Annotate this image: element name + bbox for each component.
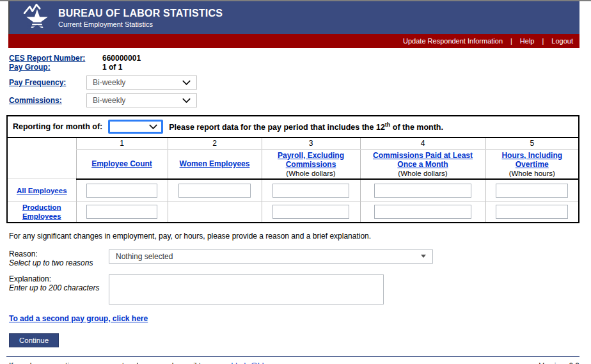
report-table: Reporting for month of: Please report da…	[6, 115, 579, 223]
nav-divider: |	[542, 37, 544, 45]
all-employees-link[interactable]: All Employees	[17, 187, 67, 194]
bls-star-logo-icon	[22, 3, 52, 33]
add-second-pay-group-link[interactable]: To add a second pay group, click here	[9, 314, 148, 323]
explanation-row: Explanation: Enter up to 200 characters	[9, 274, 591, 305]
row-label-column-header	[7, 138, 76, 179]
production-employees-link[interactable]: Production Employees	[22, 203, 61, 220]
all-employees-payroll-input[interactable]	[272, 184, 349, 198]
pay-period-note: Please report data for the pay period th…	[169, 122, 443, 132]
production-employees-employee-count-input[interactable]	[86, 205, 157, 219]
empty-cell	[168, 202, 262, 223]
caret-down-icon	[421, 255, 426, 258]
version-label: Version: 6.0	[539, 361, 579, 364]
pay-frequency-select[interactable]: Bi-weekly	[86, 75, 197, 90]
reason-label: Reason:	[9, 249, 109, 258]
logout-link[interactable]: Logout	[551, 37, 573, 45]
pay-group-value: 1 of 1	[102, 63, 122, 72]
column-number: 2	[168, 138, 262, 149]
production-employees-commissions-input[interactable]	[374, 205, 471, 219]
all-employees-hours-input[interactable]	[496, 184, 568, 198]
commissions-selected-value: Bi-weekly	[93, 96, 125, 105]
explanation-label: Explanation:	[9, 274, 109, 283]
pay-frequency-selected-value: Bi-weekly	[93, 78, 125, 87]
column-number: 1	[76, 138, 168, 149]
production-employees-payroll-input[interactable]	[272, 205, 349, 219]
explanation-textarea[interactable]	[109, 274, 384, 305]
continue-button[interactable]: Continue	[9, 333, 59, 347]
column-header-employee-count[interactable]: Employee Count	[91, 159, 152, 168]
all-employees-commissions-input[interactable]	[374, 184, 471, 198]
all-employees-women-employees-input[interactable]	[178, 184, 251, 198]
chevron-down-icon	[149, 124, 157, 129]
app-title: BUREAU OF LABOR STATISTICS	[58, 8, 223, 19]
column-header-women-employees[interactable]: Women Employees	[180, 159, 250, 168]
update-respondent-link[interactable]: Update Respondent Information	[403, 37, 503, 45]
column-number: 5	[485, 138, 579, 149]
reason-selected-value: Nothing selected	[116, 252, 173, 261]
column-header-payroll[interactable]: Payroll, Excluding Commissions	[278, 151, 344, 169]
production-employees-hours-input[interactable]	[496, 205, 568, 219]
footer-divider	[6, 356, 579, 357]
pay-frequency-label[interactable]: Pay Frequency:	[9, 78, 66, 87]
column-unit: (Whole dollars)	[265, 170, 358, 177]
table-row-production-employees: Production Employees	[7, 202, 579, 223]
report-info-section: CES Report Number: 660000001 Pay Group: …	[9, 54, 591, 107]
reporting-month-label: Reporting for month of:	[13, 122, 102, 131]
column-header-commissions[interactable]: Commissions Paid at Least Once a Month	[373, 151, 473, 169]
column-unit: (Whole hours)	[489, 170, 576, 177]
column-header-hours[interactable]: Hours, Including Overtime	[501, 151, 562, 169]
reason-hint: Select up to two reasons	[9, 258, 109, 267]
chevron-down-icon	[182, 98, 191, 103]
help-link[interactable]: Help	[520, 37, 535, 45]
reason-row: Reason: Select up to two reasons Nothing…	[9, 249, 591, 267]
table-row-all-employees: All Employees	[7, 179, 579, 202]
ces-report-number-value: 660000001	[102, 54, 141, 63]
changes-intro-text: For any significant changes in employmen…	[9, 232, 591, 241]
chevron-down-icon	[182, 80, 191, 85]
footer-help-text: If you have questions or comments, pleas…	[9, 361, 282, 364]
all-employees-employee-count-input[interactable]	[86, 184, 157, 198]
nav-divider: |	[510, 37, 512, 45]
reason-select[interactable]: Nothing selected	[109, 249, 433, 264]
reporting-month-select[interactable]	[108, 120, 163, 134]
header-band: BUREAU OF LABOR STATISTICS Current Emplo…	[8, 1, 579, 34]
commissions-select[interactable]: Bi-weekly	[86, 93, 197, 107]
explanation-hint: Enter up to 200 characters	[9, 283, 109, 292]
app-subtitle: Current Employment Statistics	[58, 20, 223, 28]
pay-group-label[interactable]: Pay Group:	[9, 63, 51, 72]
column-unit: (Whole dollars)	[363, 170, 483, 177]
commissions-label[interactable]: Commissions:	[9, 96, 62, 105]
top-nav-bar: Update Respondent Information | Help | L…	[8, 34, 579, 48]
column-number: 4	[360, 138, 485, 149]
support-email-link[interactable]: ceswebhelp@bls.gov	[210, 361, 283, 364]
ces-report-number-label[interactable]: CES Report Number:	[9, 54, 85, 63]
column-number: 3	[262, 138, 360, 149]
